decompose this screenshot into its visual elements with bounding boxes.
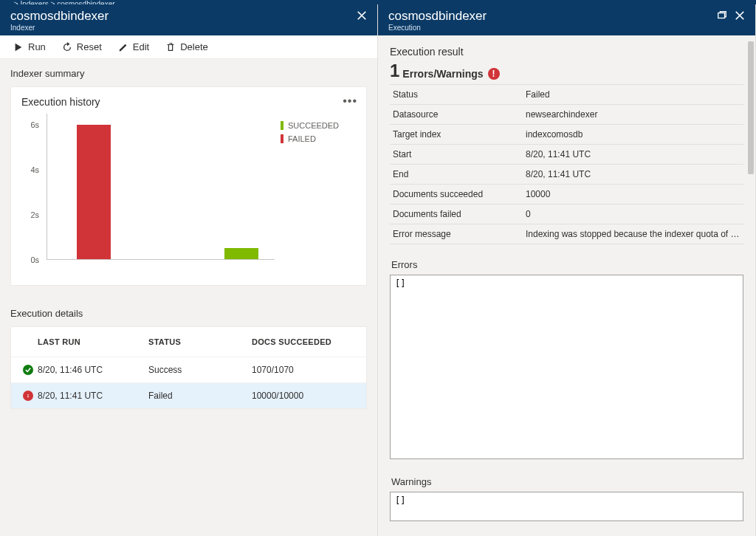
execution-details-table: LAST RUN STATUS DOCS SUCCEEDED 8/20, 11:… bbox=[10, 326, 367, 409]
svg-rect-1 bbox=[27, 396, 28, 397]
error-icon bbox=[23, 391, 33, 401]
col-docs: DOCS SUCCEEDED bbox=[252, 337, 359, 346]
bar-succeeded[interactable] bbox=[224, 248, 258, 259]
col-last-run: LAST RUN bbox=[38, 337, 148, 346]
blade-title-right: cosmosdbindexer bbox=[388, 9, 487, 24]
blade-subtitle-right: Execution bbox=[388, 24, 487, 32]
property-key: Datasource bbox=[393, 109, 526, 120]
cell-status: Success bbox=[148, 365, 252, 375]
edit-label: Edit bbox=[133, 41, 149, 52]
svg-rect-2 bbox=[718, 13, 725, 18]
y-tick: 6s bbox=[30, 120, 39, 129]
reset-label: Reset bbox=[77, 41, 102, 52]
col-status: STATUS bbox=[148, 337, 252, 346]
property-row: Error messageIndexing was stopped becaus… bbox=[390, 224, 743, 244]
property-key: Start bbox=[393, 149, 526, 159]
refresh-icon bbox=[62, 42, 72, 52]
cell-last-run: 8/20, 11:46 UTC bbox=[38, 365, 148, 375]
execution-result-title: Execution result bbox=[390, 46, 743, 58]
scrollbar[interactable] bbox=[746, 35, 755, 536]
property-key: Documents succeeded bbox=[393, 189, 526, 199]
legend-failed-label: FAILED bbox=[288, 134, 316, 143]
execution-details-title: Execution details bbox=[10, 308, 367, 319]
property-key: End bbox=[393, 169, 526, 179]
property-value: Indexing was stopped because the indexer… bbox=[526, 229, 740, 239]
cell-last-run: 8/20, 11:41 UTC bbox=[38, 391, 148, 401]
legend-failed: FAILED bbox=[281, 134, 356, 143]
property-value: Failed bbox=[526, 89, 740, 100]
property-value: indexcomosdb bbox=[526, 129, 740, 140]
table-header: LAST RUN STATUS DOCS SUCCEEDED bbox=[11, 327, 366, 357]
chart-legend: SUCCEEDED FAILED bbox=[275, 114, 356, 276]
pencil-icon bbox=[118, 42, 128, 52]
blade-subtitle-left: Indexer bbox=[10, 24, 109, 32]
warnings-title: Warnings bbox=[391, 476, 743, 487]
errors-count: 1 bbox=[390, 62, 399, 80]
table-row[interactable]: 8/20, 11:46 UTCSuccess1070/1070 bbox=[11, 357, 366, 382]
run-button[interactable]: Run bbox=[6, 38, 53, 55]
errors-title: Errors bbox=[391, 259, 743, 270]
result-properties: StatusFailedDatasourcenewsearchindexerTa… bbox=[390, 84, 743, 244]
execution-history-title: Execution history bbox=[21, 96, 356, 108]
property-row: Documents failed0 bbox=[390, 205, 743, 224]
cell-docs: 10000/10000 bbox=[252, 391, 359, 401]
y-tick: 4s bbox=[30, 165, 39, 174]
indexer-summary-title: Indexer summary bbox=[10, 68, 367, 79]
run-label: Run bbox=[28, 41, 46, 52]
property-value: newsearchindexer bbox=[526, 109, 740, 120]
property-row: Target indexindexcomosdb bbox=[390, 125, 743, 145]
more-icon[interactable]: ••• bbox=[343, 95, 357, 108]
blade-execution: cosmosdbindexer Execution Execution resu… bbox=[378, 4, 756, 536]
property-value: 0 bbox=[526, 209, 740, 219]
blade-indexer: cosmosdbindexer Indexer Run Reset bbox=[0, 4, 378, 536]
y-tick: 2s bbox=[30, 210, 39, 219]
cell-status: Failed bbox=[148, 391, 252, 401]
blade-header-left: cosmosdbindexer Indexer bbox=[0, 4, 377, 35]
property-row: End8/20, 11:41 UTC bbox=[390, 165, 743, 185]
indexer-summary-section: Indexer summary bbox=[0, 59, 377, 86]
property-key: Status bbox=[393, 89, 526, 100]
property-key: Target index bbox=[393, 129, 526, 140]
close-icon[interactable] bbox=[357, 10, 367, 23]
edit-button[interactable]: Edit bbox=[111, 38, 157, 55]
property-value: 8/20, 11:41 UTC bbox=[526, 169, 740, 179]
errors-textarea[interactable] bbox=[390, 275, 743, 459]
table-row[interactable]: 8/20, 11:41 UTCFailed10000/10000 bbox=[11, 382, 366, 408]
legend-succeeded-label: SUCCEEDED bbox=[288, 121, 339, 130]
errors-warnings-summary: 1 Errors/Warnings ! bbox=[390, 62, 743, 80]
bar-failed[interactable] bbox=[77, 125, 111, 259]
property-value: 10000 bbox=[526, 189, 740, 199]
y-tick: 0s bbox=[30, 255, 39, 264]
toolbar: Run Reset Edit Delete bbox=[0, 35, 377, 59]
delete-label: Delete bbox=[180, 41, 208, 52]
execution-history-card: Execution history ••• 0s2s4s6s SUCCEEDED… bbox=[10, 86, 367, 286]
legend-succeeded: SUCCEEDED bbox=[281, 121, 356, 130]
trash-icon bbox=[165, 42, 176, 52]
errors-warnings-label: Errors/Warnings bbox=[402, 68, 483, 80]
reset-button[interactable]: Reset bbox=[55, 38, 109, 55]
property-row: StatusFailed bbox=[390, 85, 743, 105]
property-key: Documents failed bbox=[393, 209, 526, 219]
property-row: Datasourcenewsearchindexer bbox=[390, 105, 743, 125]
play-icon bbox=[13, 42, 24, 52]
delete-button[interactable]: Delete bbox=[158, 38, 216, 55]
scrollbar-thumb[interactable] bbox=[748, 41, 754, 174]
property-row: Documents succeeded10000 bbox=[390, 185, 743, 205]
alert-icon: ! bbox=[488, 68, 500, 80]
property-key: Error message bbox=[393, 229, 526, 239]
svg-point-0 bbox=[27, 394, 29, 396]
property-row: Start8/20, 11:41 UTC bbox=[390, 145, 743, 165]
success-icon bbox=[23, 365, 33, 375]
chart: 0s2s4s6s SUCCEEDED FAILED bbox=[21, 114, 356, 276]
close-icon[interactable] bbox=[735, 10, 745, 23]
blade-title-left: cosmosdbindexer bbox=[10, 9, 109, 24]
warnings-textarea[interactable] bbox=[390, 492, 743, 521]
execution-details-section: Execution details bbox=[0, 299, 377, 326]
restore-icon[interactable] bbox=[717, 10, 727, 23]
property-value: 8/20, 11:41 UTC bbox=[526, 149, 740, 159]
blade-header-right: cosmosdbindexer Execution bbox=[378, 4, 755, 35]
cell-docs: 1070/1070 bbox=[252, 365, 359, 375]
